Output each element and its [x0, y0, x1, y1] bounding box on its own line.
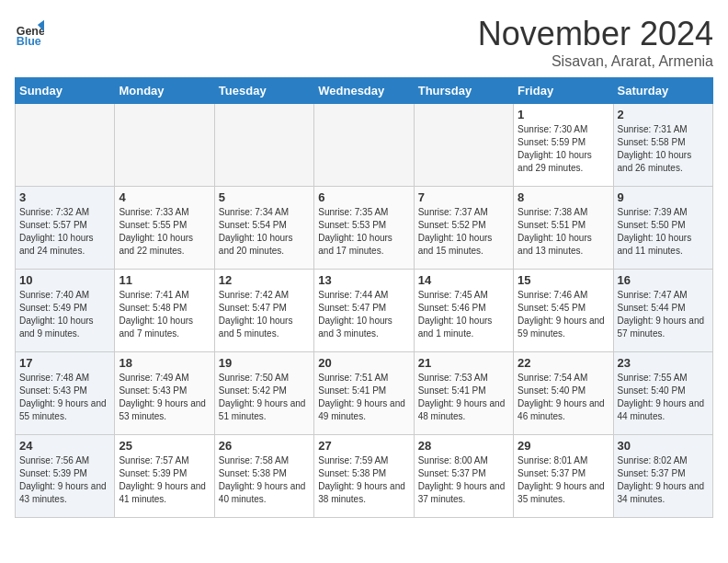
calendar-cell: 29Sunrise: 8:01 AM Sunset: 5:37 PM Dayli…	[514, 435, 613, 518]
day-number: 14	[418, 273, 509, 287]
day-info: Sunrise: 7:41 AM Sunset: 5:48 PM Dayligh…	[119, 289, 210, 340]
calendar-cell: 6Sunrise: 7:35 AM Sunset: 5:53 PM Daylig…	[314, 187, 414, 270]
calendar-cell: 17Sunrise: 7:48 AM Sunset: 5:43 PM Dayli…	[16, 352, 115, 435]
calendar-cell	[115, 104, 214, 187]
day-info: Sunrise: 7:56 AM Sunset: 5:39 PM Dayligh…	[19, 454, 110, 506]
day-number: 12	[219, 273, 310, 287]
day-info: Sunrise: 7:31 AM Sunset: 5:58 PM Dayligh…	[618, 123, 709, 175]
calendar-cell: 23Sunrise: 7:55 AM Sunset: 5:40 PM Dayli…	[613, 352, 712, 435]
day-info: Sunrise: 7:39 AM Sunset: 5:50 PM Dayligh…	[618, 206, 709, 258]
day-info: Sunrise: 7:44 AM Sunset: 5:47 PM Dayligh…	[318, 289, 409, 340]
calendar-cell: 13Sunrise: 7:44 AM Sunset: 5:47 PM Dayli…	[314, 270, 414, 352]
days-of-week-row: SundayMondayTuesdayWednesdayThursdayFrid…	[16, 78, 713, 104]
day-number: 6	[318, 190, 409, 204]
calendar-cell: 28Sunrise: 8:00 AM Sunset: 5:37 PM Dayli…	[414, 435, 513, 518]
day-number: 5	[219, 190, 310, 204]
logo: General Blue	[15, 18, 44, 48]
day-info: Sunrise: 7:50 AM Sunset: 5:42 PM Dayligh…	[219, 372, 310, 423]
day-number: 25	[119, 439, 210, 453]
day-number: 18	[119, 356, 210, 370]
calendar-cell: 2Sunrise: 7:31 AM Sunset: 5:58 PM Daylig…	[613, 104, 712, 187]
calendar-week-1: 3Sunrise: 7:32 AM Sunset: 5:57 PM Daylig…	[16, 187, 713, 270]
day-number: 17	[19, 356, 110, 370]
calendar-cell: 24Sunrise: 7:56 AM Sunset: 5:39 PM Dayli…	[16, 435, 115, 518]
day-info: Sunrise: 7:42 AM Sunset: 5:47 PM Dayligh…	[219, 289, 310, 340]
calendar-cell: 7Sunrise: 7:37 AM Sunset: 5:52 PM Daylig…	[414, 187, 513, 270]
location: Sisavan, Ararat, Armenia	[478, 53, 713, 70]
day-number: 3	[19, 190, 110, 204]
day-info: Sunrise: 7:35 AM Sunset: 5:53 PM Dayligh…	[318, 206, 409, 258]
calendar-cell: 10Sunrise: 7:40 AM Sunset: 5:49 PM Dayli…	[16, 270, 115, 352]
day-info: Sunrise: 8:01 AM Sunset: 5:37 PM Dayligh…	[518, 454, 609, 506]
day-info: Sunrise: 7:53 AM Sunset: 5:41 PM Dayligh…	[418, 372, 509, 423]
day-number: 7	[418, 190, 509, 204]
calendar-cell: 30Sunrise: 8:02 AM Sunset: 5:37 PM Dayli…	[613, 435, 712, 518]
day-info: Sunrise: 7:38 AM Sunset: 5:51 PM Dayligh…	[518, 206, 609, 258]
dow-header-tuesday: Tuesday	[214, 78, 313, 104]
calendar-cell	[16, 104, 115, 187]
calendar-cell: 9Sunrise: 7:39 AM Sunset: 5:50 PM Daylig…	[613, 187, 712, 270]
day-number: 24	[19, 439, 110, 453]
day-number: 16	[618, 273, 709, 287]
calendar-cell: 18Sunrise: 7:49 AM Sunset: 5:43 PM Dayli…	[115, 352, 214, 435]
calendar-cell: 22Sunrise: 7:54 AM Sunset: 5:40 PM Dayli…	[514, 352, 613, 435]
calendar-body: 1Sunrise: 7:30 AM Sunset: 5:59 PM Daylig…	[16, 104, 713, 518]
calendar-cell: 8Sunrise: 7:38 AM Sunset: 5:51 PM Daylig…	[514, 187, 613, 270]
day-number: 9	[618, 190, 709, 204]
day-number: 22	[518, 356, 609, 370]
page-header: General Blue November 2024 Sisavan, Arar…	[15, 15, 713, 70]
day-number: 27	[318, 439, 409, 453]
day-info: Sunrise: 7:40 AM Sunset: 5:49 PM Dayligh…	[19, 289, 110, 340]
dow-header-monday: Monday	[115, 78, 214, 104]
calendar-cell: 20Sunrise: 7:51 AM Sunset: 5:41 PM Dayli…	[314, 352, 414, 435]
day-info: Sunrise: 7:30 AM Sunset: 5:59 PM Dayligh…	[518, 123, 609, 175]
calendar-cell: 4Sunrise: 7:33 AM Sunset: 5:55 PM Daylig…	[115, 187, 214, 270]
day-info: Sunrise: 7:45 AM Sunset: 5:46 PM Dayligh…	[418, 289, 509, 340]
calendar-cell: 15Sunrise: 7:46 AM Sunset: 5:45 PM Dayli…	[514, 270, 613, 352]
day-number: 26	[219, 439, 310, 453]
day-number: 13	[318, 273, 409, 287]
dow-header-friday: Friday	[514, 78, 613, 104]
calendar-cell: 11Sunrise: 7:41 AM Sunset: 5:48 PM Dayli…	[115, 270, 214, 352]
day-number: 2	[618, 108, 709, 121]
calendar-cell: 5Sunrise: 7:34 AM Sunset: 5:54 PM Daylig…	[214, 187, 313, 270]
day-number: 28	[418, 439, 509, 453]
day-info: Sunrise: 7:33 AM Sunset: 5:55 PM Dayligh…	[119, 206, 210, 258]
day-number: 11	[119, 273, 210, 287]
day-info: Sunrise: 7:55 AM Sunset: 5:40 PM Dayligh…	[618, 372, 709, 423]
dow-header-saturday: Saturday	[613, 78, 712, 104]
day-number: 20	[318, 356, 409, 370]
day-info: Sunrise: 7:47 AM Sunset: 5:44 PM Dayligh…	[618, 289, 709, 340]
calendar-cell: 1Sunrise: 7:30 AM Sunset: 5:59 PM Daylig…	[514, 104, 613, 187]
calendar-cell: 19Sunrise: 7:50 AM Sunset: 5:42 PM Dayli…	[214, 352, 313, 435]
day-info: Sunrise: 7:32 AM Sunset: 5:57 PM Dayligh…	[19, 206, 110, 258]
calendar-cell: 16Sunrise: 7:47 AM Sunset: 5:44 PM Dayli…	[613, 270, 712, 352]
calendar-cell	[314, 104, 414, 187]
day-info: Sunrise: 8:02 AM Sunset: 5:37 PM Dayligh…	[618, 454, 709, 506]
day-info: Sunrise: 7:34 AM Sunset: 5:54 PM Dayligh…	[219, 206, 310, 258]
dow-header-sunday: Sunday	[16, 78, 115, 104]
day-number: 30	[618, 439, 709, 453]
day-info: Sunrise: 7:37 AM Sunset: 5:52 PM Dayligh…	[418, 206, 509, 258]
calendar-week-4: 24Sunrise: 7:56 AM Sunset: 5:39 PM Dayli…	[16, 435, 713, 518]
calendar-week-2: 10Sunrise: 7:40 AM Sunset: 5:49 PM Dayli…	[16, 270, 713, 352]
day-number: 29	[518, 439, 609, 453]
logo-icon: General Blue	[15, 18, 44, 48]
calendar-week-3: 17Sunrise: 7:48 AM Sunset: 5:43 PM Dayli…	[16, 352, 713, 435]
calendar-cell	[414, 104, 513, 187]
day-number: 8	[518, 190, 609, 204]
day-info: Sunrise: 7:48 AM Sunset: 5:43 PM Dayligh…	[19, 372, 110, 423]
day-info: Sunrise: 7:49 AM Sunset: 5:43 PM Dayligh…	[119, 372, 210, 423]
day-number: 15	[518, 273, 609, 287]
day-info: Sunrise: 7:58 AM Sunset: 5:38 PM Dayligh…	[219, 454, 310, 506]
title-block: November 2024 Sisavan, Ararat, Armenia	[478, 15, 713, 70]
calendar-table: SundayMondayTuesdayWednesdayThursdayFrid…	[15, 77, 713, 518]
day-number: 10	[19, 273, 110, 287]
svg-text:Blue: Blue	[17, 35, 41, 48]
calendar-week-0: 1Sunrise: 7:30 AM Sunset: 5:59 PM Daylig…	[16, 104, 713, 187]
day-number: 19	[219, 356, 310, 370]
month-title: November 2024	[478, 15, 713, 53]
day-number: 23	[618, 356, 709, 370]
calendar-cell: 26Sunrise: 7:58 AM Sunset: 5:38 PM Dayli…	[214, 435, 313, 518]
calendar-cell: 21Sunrise: 7:53 AM Sunset: 5:41 PM Dayli…	[414, 352, 513, 435]
